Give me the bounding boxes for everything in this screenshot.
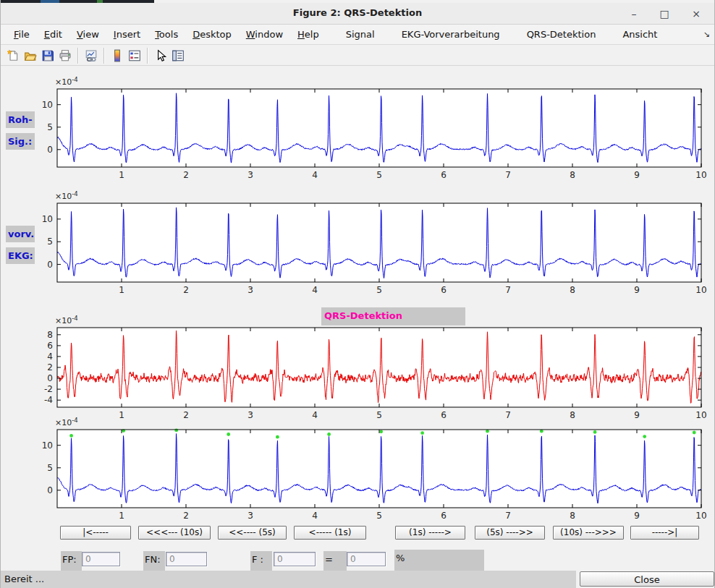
menu-ansicht[interactable]: Ansicht — [615, 29, 664, 40]
svg-text:6: 6 — [441, 285, 447, 295]
nav-back-10s-button[interactable]: <<<--- (10s) — [138, 526, 211, 540]
svg-text:10: 10 — [695, 511, 706, 521]
menu-window[interactable]: Window — [239, 29, 290, 40]
svg-text:3: 3 — [248, 285, 253, 295]
plot-qrs-detektion-filter: 12345678910-4-202468×10-4 — [1, 315, 715, 422]
fp-input[interactable] — [82, 552, 120, 566]
svg-text:8: 8 — [47, 330, 53, 340]
menu-help[interactable]: Help — [290, 29, 326, 40]
menu-edit[interactable]: Edit — [37, 29, 69, 40]
svg-text:6: 6 — [441, 511, 447, 521]
menubar: File Edit View Insert Tools Desktop Wind… — [1, 25, 714, 45]
svg-text:1: 1 — [119, 285, 124, 295]
menu-view[interactable]: View — [69, 29, 106, 40]
svg-text:×10-4: ×10-4 — [55, 190, 78, 201]
figure-window: Figure 2: QRS-Detektion – □ × File Edit … — [0, 0, 715, 588]
svg-text:8: 8 — [570, 511, 575, 521]
minimize-button[interactable]: – — [626, 7, 642, 21]
fn-label: FN: — [143, 551, 165, 571]
svg-text:8: 8 — [570, 170, 575, 180]
svg-text:6: 6 — [47, 341, 53, 351]
svg-text:0: 0 — [47, 145, 53, 155]
close-button[interactable]: Close — [580, 571, 714, 587]
svg-text:2: 2 — [47, 362, 53, 372]
print-figure-icon[interactable] — [58, 48, 72, 63]
svg-text:×10-4: ×10-4 — [55, 76, 78, 87]
nav-end-button[interactable]: ----->| — [630, 526, 699, 540]
svg-text:-4: -4 — [44, 395, 53, 405]
nav-begin-button[interactable]: |<----- — [60, 526, 131, 540]
toolbar — [1, 46, 714, 66]
percent-label: % — [394, 550, 484, 571]
nav-back-1s-button[interactable]: <----- (1s) — [294, 526, 366, 540]
menu-file[interactable]: File — [7, 29, 37, 40]
fn-input[interactable] — [166, 552, 207, 566]
plot-roh-signal: 123456789100510×10-4 — [1, 76, 715, 183]
menu-ekg-vorverarbeitung[interactable]: EKG-Vorverarbeitung — [394, 29, 507, 40]
svg-text:6: 6 — [441, 170, 447, 180]
toolbar-separator — [103, 48, 105, 64]
maximize-button[interactable]: □ — [656, 7, 672, 21]
svg-text:10: 10 — [695, 285, 706, 295]
menu-desktop[interactable]: Desktop — [185, 29, 239, 40]
save-figure-icon[interactable] — [41, 48, 55, 63]
menu-qrs-detektion[interactable]: QRS-Detektion — [520, 29, 604, 40]
svg-text:7: 7 — [505, 170, 511, 180]
menu-tools[interactable]: Tools — [148, 29, 185, 40]
svg-text:5: 5 — [376, 511, 382, 521]
svg-text:1: 1 — [119, 170, 124, 180]
titlebar[interactable]: Figure 2: QRS-Detektion – □ × — [1, 3, 714, 25]
nav-forward-1s-button[interactable]: (1s) -----> — [395, 526, 465, 540]
equals-label: = — [323, 551, 347, 571]
svg-text:10: 10 — [42, 440, 53, 451]
svg-text:5: 5 — [376, 170, 382, 180]
menu-signal[interactable]: Signal — [339, 29, 382, 40]
svg-text:3: 3 — [248, 511, 253, 521]
svg-text:5: 5 — [47, 463, 53, 473]
plot-vorverarbeitetes-ekg: 123456789100510×10-4 — [1, 190, 715, 297]
toolbar-separator — [147, 48, 148, 64]
f-label: F : — [250, 551, 272, 571]
svg-text:1: 1 — [119, 511, 124, 521]
open-file-icon[interactable] — [23, 48, 38, 63]
menu-insert[interactable]: Insert — [106, 29, 148, 40]
svg-text:2: 2 — [183, 285, 189, 295]
svg-text:9: 9 — [634, 511, 640, 521]
link-plot-icon[interactable] — [84, 48, 98, 63]
nav-forward-5s-button[interactable]: (5s) ---->> — [475, 526, 545, 540]
toolbar-separator — [77, 48, 79, 64]
svg-text:0: 0 — [47, 485, 53, 495]
nav-forward-10s-button[interactable]: (10s) --->>> — [553, 526, 624, 540]
svg-text:-2: -2 — [44, 384, 53, 394]
plot-browser-icon[interactable] — [171, 48, 185, 63]
svg-text:10: 10 — [42, 214, 53, 224]
insert-legend-icon[interactable] — [127, 48, 142, 63]
plot-ekg-mit-qrs-markern: 123456789100510×10-4 — [1, 417, 715, 524]
svg-text:10: 10 — [42, 100, 53, 110]
f-result-input[interactable] — [347, 552, 386, 566]
svg-text:3: 3 — [248, 170, 253, 180]
new-figure-icon[interactable] — [6, 48, 20, 63]
insert-colorbar-icon[interactable] — [110, 48, 124, 63]
svg-text:4: 4 — [312, 170, 318, 180]
nav-back-5s-button[interactable]: <<---- (5s) — [218, 526, 287, 540]
svg-text:5: 5 — [47, 122, 53, 132]
close-window-button[interactable]: × — [688, 7, 704, 21]
fp-label: FP: — [61, 551, 82, 571]
window-title: Figure 2: QRS-Detektion — [1, 7, 714, 18]
svg-text:2: 2 — [183, 170, 189, 180]
svg-text:5: 5 — [47, 237, 53, 247]
svg-text:7: 7 — [505, 285, 511, 295]
svg-text:×10-4: ×10-4 — [55, 315, 78, 325]
svg-text:0: 0 — [47, 260, 53, 270]
svg-text:4: 4 — [312, 285, 318, 295]
svg-text:10: 10 — [695, 170, 706, 180]
menu-overflow-icon[interactable]: ↘ — [703, 30, 710, 39]
svg-text:4: 4 — [312, 511, 318, 521]
f-input[interactable] — [274, 552, 316, 566]
svg-text:9: 9 — [634, 170, 640, 180]
svg-text:9: 9 — [634, 285, 640, 295]
svg-text:2: 2 — [183, 511, 189, 521]
edit-plot-icon[interactable] — [153, 48, 168, 63]
status-bar: Bereit ... — [1, 571, 576, 588]
